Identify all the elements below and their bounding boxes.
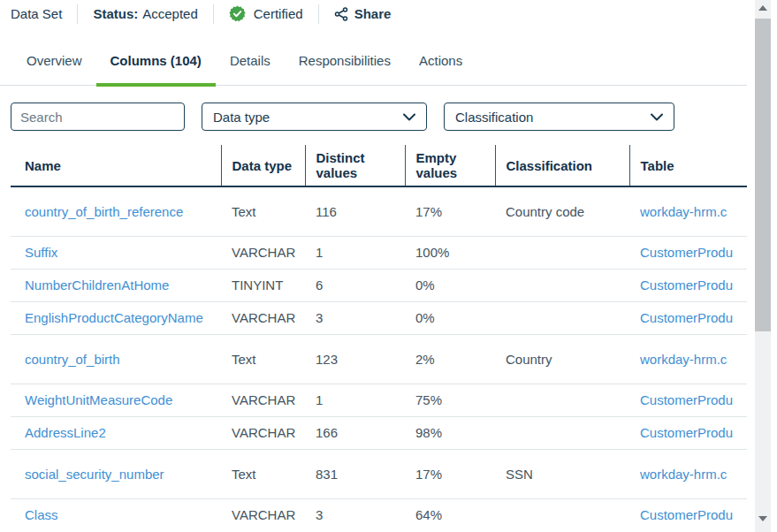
divider <box>213 4 214 24</box>
tab-actions[interactable]: Actions <box>405 42 476 85</box>
status-badge: Status:Accepted <box>93 6 197 21</box>
certified-label: Certified <box>254 6 303 21</box>
table-row: social_security_numberText83117%SSNworkd… <box>11 449 747 498</box>
share-button[interactable]: Share <box>334 6 392 21</box>
vertical-scrollbar[interactable] <box>755 0 771 532</box>
table-row: country_of_birthText1232%Countryworkday-… <box>11 334 747 384</box>
data-type-cell: VARCHAR <box>232 310 295 325</box>
distinct-values-cell: 123 <box>316 352 338 367</box>
empty-values-cell: 17% <box>415 467 442 482</box>
column-name-link[interactable]: Suffix <box>25 245 57 260</box>
table-link[interactable]: CustomerProdu <box>640 392 733 407</box>
share-label: Share <box>354 6 392 21</box>
certified-check-icon <box>229 5 246 22</box>
chevron-down-icon <box>651 113 663 121</box>
distinct-values-cell: 166 <box>316 425 338 440</box>
table-link[interactable]: workday-hrm.c <box>640 204 727 219</box>
table-row: country_of_birth_referenceText11617%Coun… <box>11 186 747 236</box>
classification-dropdown-label: Classification <box>455 110 533 125</box>
distinct-values-cell: 3 <box>316 310 323 325</box>
divider <box>77 4 78 24</box>
data-type-cell: Text <box>232 467 256 482</box>
column-name-link[interactable]: WeightUnitMeasureCode <box>25 392 172 407</box>
search-input[interactable] <box>11 103 185 131</box>
columns-table-header: Name Data type Distinct values Empty val… <box>11 145 747 186</box>
table-link[interactable]: CustomerProdu <box>640 310 733 325</box>
table-link[interactable]: CustomerProdu <box>640 277 733 293</box>
column-name-link[interactable]: country_of_birth_reference <box>25 204 183 219</box>
tab-details[interactable]: Details <box>216 42 285 85</box>
column-name-link[interactable]: NumberChildrenAtHome <box>25 277 169 293</box>
empty-values-cell: 0% <box>415 277 435 293</box>
table-link[interactable]: workday-hrm.c <box>640 352 727 367</box>
filter-bar: Data type Classification <box>11 103 747 131</box>
columns-table: Name Data type Distinct values Empty val… <box>11 145 747 531</box>
table-link[interactable]: workday-hrm.c <box>640 467 727 482</box>
column-name-link[interactable]: EnglishProductCategoryName <box>25 310 203 325</box>
empty-values-cell: 100% <box>415 245 449 260</box>
distinct-values-cell: 6 <box>316 277 323 293</box>
status-label: Status: <box>93 6 138 21</box>
header-table: Table <box>629 145 747 186</box>
table-row: ClassVARCHAR364%CustomerProdu <box>11 498 747 531</box>
share-icon <box>334 7 348 21</box>
column-name-link[interactable]: social_security_number <box>25 467 164 482</box>
header-empty-values: Empty values <box>405 145 495 186</box>
table-row: AddressLine2VARCHAR16698%CustomerProdu <box>11 416 747 449</box>
tab-columns[interactable]: Columns (104) <box>96 42 216 85</box>
header-data-type: Data type <box>221 145 305 186</box>
empty-values-cell: 98% <box>415 425 442 440</box>
page-title: Data Set <box>11 6 62 21</box>
table-row: NumberChildrenAtHomeTINYINT60%CustomerPr… <box>11 269 747 301</box>
page-content: Data Set Status:Accepted Certified <box>0 0 747 531</box>
distinct-values-cell: 3 <box>316 507 323 522</box>
distinct-values-cell: 1 <box>316 392 323 407</box>
status-value: Accepted <box>142 6 198 21</box>
distinct-values-cell: 1 <box>316 245 323 260</box>
tab-responsibilities[interactable]: Responsibilities <box>285 42 405 85</box>
scrollbar-thumb[interactable] <box>755 19 771 331</box>
empty-values-cell: 2% <box>415 352 435 367</box>
header-classification: Classification <box>495 145 629 186</box>
data-type-cell: VARCHAR <box>232 245 295 260</box>
table-row: EnglishProductCategoryNameVARCHAR30%Cust… <box>11 301 747 334</box>
data-type-cell: TINYINT <box>232 277 283 293</box>
distinct-values-cell: 831 <box>316 467 338 482</box>
header-name: Name <box>11 145 221 186</box>
table-link[interactable]: CustomerProdu <box>640 425 733 440</box>
classification-cell: Country <box>506 352 552 367</box>
data-type-cell: VARCHAR <box>232 425 295 440</box>
data-type-cell: Text <box>232 352 256 367</box>
data-type-cell: VARCHAR <box>232 507 295 522</box>
distinct-values-cell: 116 <box>316 204 337 219</box>
table-row: WeightUnitMeasureCodeVARCHAR175%Customer… <box>11 384 747 416</box>
scrollbar-up-arrow-icon[interactable] <box>758 5 767 11</box>
empty-values-cell: 64% <box>415 507 442 522</box>
table-link[interactable]: CustomerProdu <box>640 507 733 522</box>
classification-cell: Country code <box>506 204 584 219</box>
data-type-cell: VARCHAR <box>232 392 295 407</box>
data-type-dropdown[interactable]: Data type <box>202 103 427 131</box>
table-row: SuffixVARCHAR1100%CustomerProdu <box>11 236 747 269</box>
tab-overview[interactable]: Overview <box>12 42 96 85</box>
data-type-cell: Text <box>232 204 256 219</box>
tab-bar: Overview Columns (104) Details Responsib… <box>0 42 747 86</box>
scrollbar-down-arrow-icon[interactable] <box>758 516 767 521</box>
empty-values-cell: 75% <box>415 392 442 407</box>
table-link[interactable]: CustomerProdu <box>640 245 733 260</box>
empty-values-cell: 0% <box>415 310 435 325</box>
column-name-link[interactable]: AddressLine2 <box>25 425 106 440</box>
divider <box>318 4 319 24</box>
classification-dropdown[interactable]: Classification <box>444 103 674 131</box>
certified-badge: Certified <box>229 5 303 22</box>
topbar: Data Set Status:Accepted Certified <box>0 0 747 27</box>
classification-cell: SSN <box>506 467 533 482</box>
column-name-link[interactable]: Class <box>25 507 58 522</box>
column-name-link[interactable]: country_of_birth <box>25 352 120 367</box>
empty-values-cell: 17% <box>415 204 442 219</box>
header-distinct-values: Distinct values <box>305 145 405 186</box>
columns-table-body: country_of_birth_referenceText11617%Coun… <box>11 186 747 531</box>
chevron-down-icon <box>403 113 415 121</box>
data-type-dropdown-label: Data type <box>213 110 270 125</box>
